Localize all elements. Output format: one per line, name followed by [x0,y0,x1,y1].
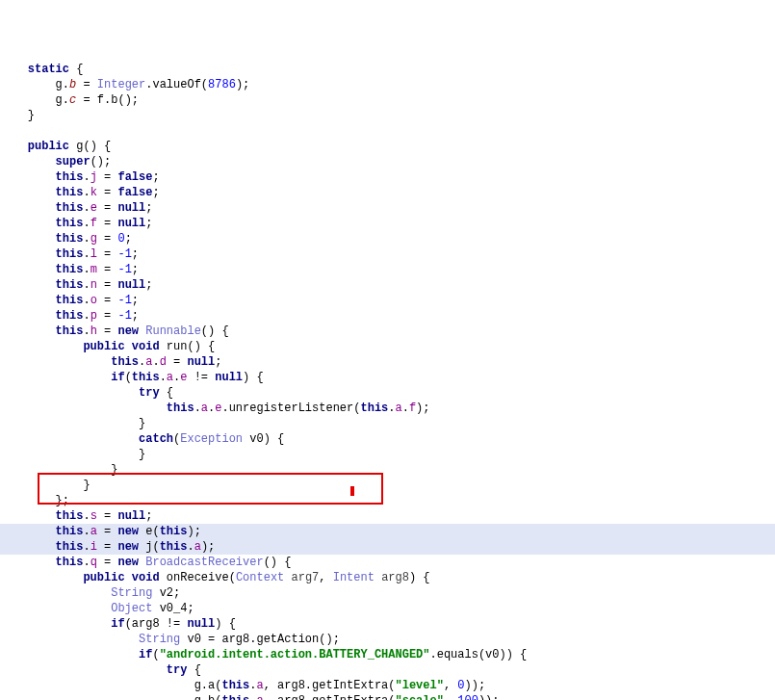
code-line[interactable]: this.p = -1; [0,308,775,324]
token-plain: . [83,201,90,215]
token-plain [0,556,56,569]
token-plain: , [444,694,457,700]
token-kw: super [56,155,90,169]
code-line[interactable]: this.n = null; [0,277,775,293]
token-plain [0,509,56,523]
code-line[interactable]: this.a = new e(this); [0,524,775,539]
token-num: 0 [457,679,464,692]
code-line[interactable]: static { [0,62,775,77]
token-plain: . [83,540,90,554]
token-kw: false [117,170,152,184]
code-line[interactable]: if(arg8 != null) { [0,616,775,632]
token-plain: ); [187,525,200,538]
code-line[interactable]: this.j = false; [0,169,775,185]
code-line[interactable]: this.h = new Runnable() { [0,324,775,339]
token-kw: null [187,617,215,631]
token-plain: = [97,309,118,323]
code-line[interactable]: public void onReceive(Context arg7, Inte… [0,570,775,585]
code-line[interactable]: this.f = null; [0,216,775,231]
code-line[interactable]: try { [0,662,775,678]
code-line[interactable]: if(this.a.e != null) { [0,370,775,385]
token-member: a [201,402,208,415]
code-line[interactable]: try { [0,385,775,401]
token-plain: ); [201,540,215,554]
token-plain: . [83,525,90,538]
token-kw: this [56,278,84,292]
token-kw: void [132,340,160,353]
code-line[interactable]: this.m = -1; [0,262,775,277]
token-plain: { [187,663,200,677]
code-line[interactable]: Object v0_4; [0,601,775,616]
token-kw: this [160,540,188,554]
code-line[interactable]: this.i = new j(this.a); [0,539,775,555]
code-line[interactable]: g.b = Integer.valueOf(8786); [0,77,775,92]
token-plain [0,294,56,307]
token-plain: () { [264,556,292,569]
token-plain: = [76,78,97,91]
token-plain [0,633,139,646]
token-member: q [90,556,97,569]
code-line[interactable]: g.a(this.a, arg8.getIntExtra("level", 0)… [0,678,775,693]
token-plain [0,140,28,153]
token-plain: = [97,186,118,199]
token-plain: ; [215,355,221,369]
code-line[interactable]: this.l = -1; [0,246,775,262]
token-plain [0,386,139,400]
code-line[interactable]: this.k = false; [0,185,775,200]
token-plain: . [194,402,201,415]
token-plain: = [97,556,118,569]
highlight-box [38,473,383,505]
code-line[interactable]: this.g = 0; [0,231,775,246]
token-plain: )); [465,679,486,692]
token-plain: ; [145,509,152,523]
token-type: Object [111,602,152,615]
code-line[interactable]: if("android.intent.action.BATTERY_CHANGE… [0,647,775,662]
token-plain: . [83,232,90,246]
token-plain [0,263,56,276]
code-line[interactable]: public void run() { [0,339,775,354]
token-kw: new [117,525,139,538]
token-plain: v0) { [243,432,284,446]
token-plain: . [83,278,90,292]
code-line[interactable]: String v0 = arg8.getAction(); [0,632,775,647]
code-line[interactable] [0,123,775,139]
token-plain [0,63,28,76]
code-line[interactable]: } [0,416,775,431]
code-line[interactable]: this.a.d = null; [0,354,775,370]
token-kw: null [117,278,145,292]
token-member: n [90,278,97,292]
code-line[interactable]: this.o = -1; [0,293,775,308]
code-line[interactable]: catch(Exception v0) { [0,431,775,447]
token-kw: this [56,170,84,184]
token-plain: j( [139,540,160,554]
token-member: j [90,170,97,184]
code-line[interactable]: this.s = null; [0,508,775,524]
token-plain: ; [152,170,159,184]
token-plain [125,571,132,584]
token-plain: } [0,109,35,122]
token-plain [0,540,56,554]
token-plain: ; [132,309,139,323]
token-plain [0,371,111,384]
code-line[interactable]: } [0,108,775,123]
code-line[interactable]: String v2; [0,585,775,601]
token-kw: this [56,232,84,246]
code-line[interactable]: this.a.e.unregisterListener(this.a.f); [0,401,775,416]
token-plain: . [160,371,167,384]
code-line[interactable]: super(); [0,154,775,169]
token-member: e [90,201,97,215]
code-line[interactable]: this.q = new BroadcastReceiver() { [0,555,775,570]
token-plain: , [319,571,332,584]
token-kw: this [132,371,160,384]
code-line[interactable]: g.b(this.a, arg8.getIntExtra("scale", 10… [0,693,775,700]
code-line[interactable]: public g() { [0,139,775,154]
token-plain: e( [139,525,160,538]
token-kw: new [117,540,139,554]
token-plain: = [97,217,118,230]
highlight-marker [350,486,354,496]
code-line[interactable]: g.c = f.b(); [0,92,775,108]
code-line[interactable]: this.e = null; [0,200,775,216]
token-plain: ; [132,247,139,261]
code-line[interactable]: } [0,447,775,462]
code-viewer[interactable]: static { g.b = Integer.valueOf(8786); g.… [0,62,775,700]
